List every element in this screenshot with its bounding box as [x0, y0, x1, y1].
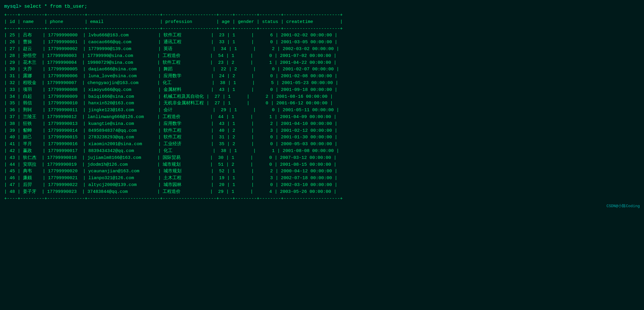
sql-command: select * from tb_user;	[21, 4, 87, 9]
terminal-window: mysql> select * from tb_user; +----+----…	[4, 3, 640, 209]
footer: CSDN@小陈Coding	[4, 203, 640, 209]
table-output: +----+---------+--------------+---------…	[4, 12, 640, 202]
prompt-line: mysql> select * from tb_user;	[4, 3, 640, 10]
mysql-prompt: mysql>	[4, 4, 21, 9]
